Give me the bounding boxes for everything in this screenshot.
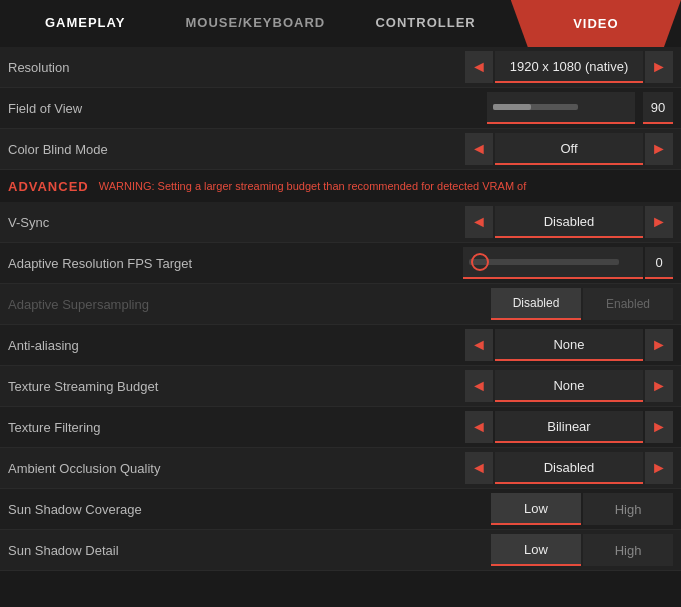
adaptive-res-thumb <box>471 253 489 271</box>
resolution-control: ◄ 1920 x 1080 (native) ► <box>465 51 673 83</box>
colorblind-row: Color Blind Mode ◄ Off ► <box>0 129 681 170</box>
texture-filtering-left-arrow[interactable]: ◄ <box>465 411 493 443</box>
colorblind-value: Off <box>495 133 643 165</box>
colorblind-left-arrow[interactable]: ◄ <box>465 133 493 165</box>
fov-row: Field of View 90 <box>0 88 681 129</box>
texture-filtering-control: ◄ Bilinear ► <box>465 411 673 443</box>
antialiasing-value: None <box>495 329 643 361</box>
texture-streaming-control: ◄ None ► <box>465 370 673 402</box>
adaptive-res-slider[interactable] <box>463 247 643 279</box>
ambient-occlusion-label: Ambient Occlusion Quality <box>8 461 465 476</box>
resolution-left-arrow[interactable]: ◄ <box>465 51 493 83</box>
texture-streaming-label: Texture Streaming Budget <box>8 379 465 394</box>
ambient-occlusion-control: ◄ Disabled ► <box>465 452 673 484</box>
adaptive-res-row: Adaptive Resolution FPS Target 0 <box>0 243 681 284</box>
colorblind-control: ◄ Off ► <box>465 133 673 165</box>
adaptive-supersampling-label: Adaptive Supersampling <box>8 297 491 312</box>
ambient-occlusion-value: Disabled <box>495 452 643 484</box>
tab-mouse-keyboard[interactable]: MOUSE/KEYBOARD <box>170 0 340 47</box>
ambient-occlusion-right-arrow[interactable]: ► <box>645 452 673 484</box>
advanced-bar: ADVANCED WARNING: Setting a larger strea… <box>0 170 681 202</box>
texture-filtering-label: Texture Filtering <box>8 420 465 435</box>
vsync-value: Disabled <box>495 206 643 238</box>
adaptive-supersampling-enabled-btn[interactable]: Enabled <box>583 288 673 320</box>
sun-shadow-detail-row: Sun Shadow Detail Low High <box>0 530 681 571</box>
antialiasing-label: Anti-aliasing <box>8 338 465 353</box>
texture-streaming-value: None <box>495 370 643 402</box>
vsync-label: V-Sync <box>8 215 465 230</box>
antialiasing-control: ◄ None ► <box>465 329 673 361</box>
adaptive-res-label: Adaptive Resolution FPS Target <box>8 256 463 271</box>
warning-text: WARNING: Setting a larger streaming budg… <box>99 180 527 192</box>
adaptive-res-track <box>469 259 619 265</box>
resolution-label: Resolution <box>8 60 465 75</box>
fov-slider-fill <box>493 104 531 110</box>
resolution-right-arrow[interactable]: ► <box>645 51 673 83</box>
sun-shadow-coverage-high-btn[interactable]: High <box>583 493 673 525</box>
settings-content: Resolution ◄ 1920 x 1080 (native) ► Fiel… <box>0 47 681 571</box>
texture-streaming-right-arrow[interactable]: ► <box>645 370 673 402</box>
fov-control: 90 <box>487 92 673 124</box>
vsync-left-arrow[interactable]: ◄ <box>465 206 493 238</box>
resolution-row: Resolution ◄ 1920 x 1080 (native) ► <box>0 47 681 88</box>
vsync-row: V-Sync ◄ Disabled ► <box>0 202 681 243</box>
antialiasing-right-arrow[interactable]: ► <box>645 329 673 361</box>
sun-shadow-coverage-label: Sun Shadow Coverage <box>8 502 491 517</box>
ambient-occlusion-row: Ambient Occlusion Quality ◄ Disabled ► <box>0 448 681 489</box>
sun-shadow-coverage-low-btn[interactable]: Low <box>491 493 581 525</box>
texture-streaming-row: Texture Streaming Budget ◄ None ► <box>0 366 681 407</box>
texture-filtering-row: Texture Filtering ◄ Bilinear ► <box>0 407 681 448</box>
fov-slider-wrapper[interactable] <box>487 92 635 124</box>
ambient-occlusion-left-arrow[interactable]: ◄ <box>465 452 493 484</box>
adaptive-supersampling-control: Disabled Enabled <box>491 288 673 320</box>
adaptive-supersampling-row: Adaptive Supersampling Disabled Enabled <box>0 284 681 325</box>
sun-shadow-detail-label: Sun Shadow Detail <box>8 543 491 558</box>
adaptive-res-control: 0 <box>463 247 673 279</box>
nav-tabs: GAMEPLAY MOUSE/KEYBOARD CONTROLLER VIDEO <box>0 0 681 47</box>
colorblind-right-arrow[interactable]: ► <box>645 133 673 165</box>
vsync-right-arrow[interactable]: ► <box>645 206 673 238</box>
texture-filtering-right-arrow[interactable]: ► <box>645 411 673 443</box>
texture-streaming-left-arrow[interactable]: ◄ <box>465 370 493 402</box>
sun-shadow-coverage-control: Low High <box>491 493 673 525</box>
sun-shadow-detail-control: Low High <box>491 534 673 566</box>
adaptive-res-value: 0 <box>645 247 673 279</box>
tab-video[interactable]: VIDEO <box>511 0 681 47</box>
sun-shadow-detail-high-btn[interactable]: High <box>583 534 673 566</box>
sun-shadow-coverage-row: Sun Shadow Coverage Low High <box>0 489 681 530</box>
fov-value: 90 <box>643 92 673 124</box>
sun-shadow-detail-low-btn[interactable]: Low <box>491 534 581 566</box>
resolution-value: 1920 x 1080 (native) <box>495 51 643 83</box>
vsync-control: ◄ Disabled ► <box>465 206 673 238</box>
tab-controller[interactable]: CONTROLLER <box>341 0 511 47</box>
antialiasing-left-arrow[interactable]: ◄ <box>465 329 493 361</box>
texture-filtering-value: Bilinear <box>495 411 643 443</box>
adaptive-supersampling-disabled-btn[interactable]: Disabled <box>491 288 581 320</box>
tab-gameplay[interactable]: GAMEPLAY <box>0 0 170 47</box>
antialiasing-row: Anti-aliasing ◄ None ► <box>0 325 681 366</box>
advanced-label: ADVANCED <box>8 179 89 194</box>
fov-label: Field of View <box>8 101 487 116</box>
colorblind-label: Color Blind Mode <box>8 142 465 157</box>
fov-slider-track <box>493 104 578 110</box>
